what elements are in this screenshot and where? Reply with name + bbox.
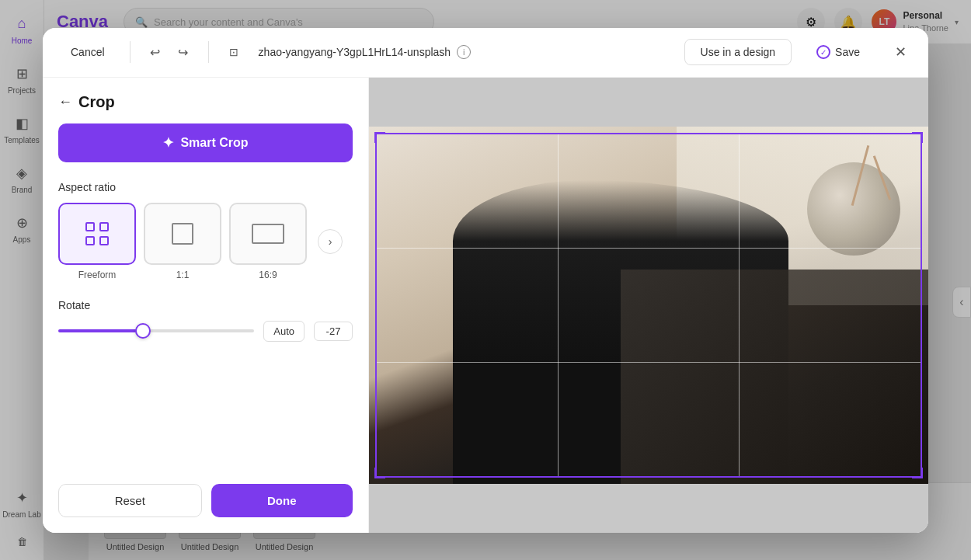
aspect-ratio-row: Freeform 1:1: [58, 203, 353, 280]
panel-back[interactable]: ← Crop: [58, 93, 353, 111]
svg-rect-3: [100, 223, 108, 231]
modal-actions: Use in a design ✓ Save: [684, 39, 875, 65]
rotate-label: Rotate: [58, 299, 353, 311]
save-check-icon: ✓: [816, 45, 830, 59]
svg-rect-5: [252, 224, 284, 243]
modal-topbar: Cancel ↩ ↪ ⊡ zhao-yangyang-Y3gpL1HrL14-u…: [43, 28, 928, 78]
panel-title: Crop: [78, 93, 115, 111]
redo-button[interactable]: ↪: [171, 40, 196, 64]
undo-button[interactable]: ↩: [143, 40, 168, 64]
left-panel: ← Crop ✦ Smart Crop Aspect ratio: [43, 78, 369, 533]
modal-body: ← Crop ✦ Smart Crop Aspect ratio: [43, 78, 928, 533]
back-arrow-icon: ←: [58, 94, 72, 110]
freeform-label: Freeform: [78, 270, 117, 280]
image-area: [369, 78, 928, 533]
aspect-option-16-9[interactable]: 16:9: [229, 203, 307, 280]
photo-container: [369, 127, 928, 484]
aspect-option-freeform[interactable]: Freeform: [58, 203, 136, 280]
divider-2: [208, 41, 209, 63]
filename-group: zhao-yangyang-Y3gpL1HrL14-unsplash i: [259, 45, 472, 59]
cancel-button[interactable]: Cancel: [58, 41, 117, 63]
image-canvas: [369, 127, 928, 484]
rotate-section: Rotate Auto: [58, 299, 353, 342]
undo-redo-group: ↩ ↪: [143, 40, 196, 64]
divider: [130, 41, 131, 63]
smart-crop-label: Smart Crop: [180, 136, 248, 150]
aspect-option-1-1[interactable]: 1:1: [144, 203, 221, 280]
svg-rect-1: [100, 237, 108, 245]
preview-button[interactable]: ⊡: [221, 40, 246, 64]
info-icon[interactable]: i: [457, 45, 471, 59]
aspect-16-9-box: [229, 203, 307, 265]
aspect-1-1-label: 1:1: [176, 270, 190, 280]
aspect-next-button[interactable]: ›: [318, 229, 343, 254]
rotate-auto-button[interactable]: Auto: [263, 321, 305, 342]
panel-bottom-buttons: Reset Done: [58, 484, 353, 517]
photo-vase: [807, 162, 900, 256]
svg-rect-0: [86, 223, 94, 231]
stars-icon: ✦: [162, 134, 174, 151]
modal-close-button[interactable]: ✕: [888, 40, 913, 64]
smart-crop-button[interactable]: ✦ Smart Crop: [58, 123, 353, 162]
svg-rect-4: [172, 224, 193, 244]
freeform-box: [58, 203, 136, 265]
aspect-1-1-box: [144, 203, 221, 265]
crop-modal: Cancel ↩ ↪ ⊡ zhao-yangyang-Y3gpL1HrL14-u…: [43, 28, 928, 533]
reset-button[interactable]: Reset: [58, 484, 202, 517]
rotate-row: Auto: [58, 321, 353, 342]
photo-desk: [621, 270, 928, 484]
filename-text: zhao-yangyang-Y3gpL1HrL14-unsplash: [259, 46, 451, 58]
svg-rect-2: [86, 237, 94, 245]
rotate-slider[interactable]: [58, 329, 254, 332]
rotate-value-input[interactable]: [314, 322, 353, 341]
save-label: Save: [835, 46, 860, 58]
done-button[interactable]: Done: [211, 484, 353, 517]
use-in-design-button[interactable]: Use in a design: [684, 39, 792, 65]
save-button[interactable]: ✓ Save: [801, 39, 875, 65]
aspect-ratio-label: Aspect ratio: [58, 181, 353, 193]
aspect-16-9-label: 16:9: [259, 270, 277, 280]
